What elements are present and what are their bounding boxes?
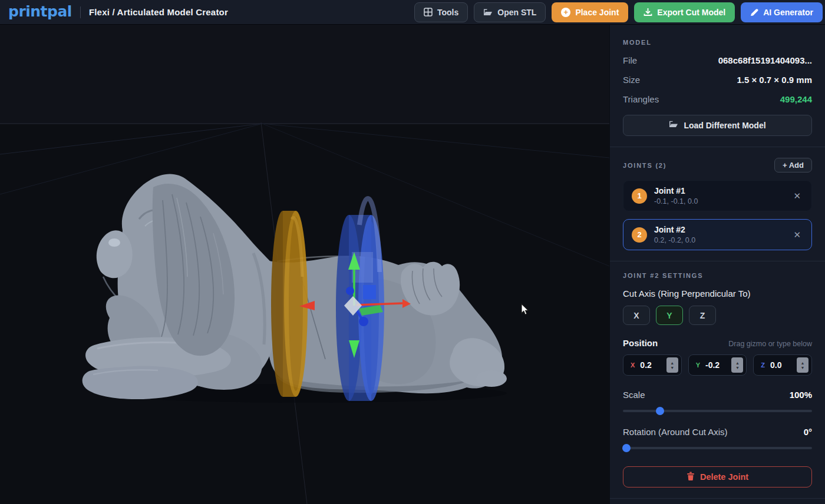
position-x-value: 0.2 — [640, 360, 651, 370]
ai-generator-button-label: AI Generator — [763, 8, 813, 17]
add-joint-button[interactable]: + Add — [774, 158, 812, 173]
z-stepper[interactable]: ▲▼ — [797, 357, 808, 373]
scale-label: Scale — [623, 390, 645, 400]
position-inputs: X 0.2 ▲▼ Y -0.2 ▲▼ Z 0.0 ▲▼ — [623, 354, 812, 376]
delete-joint-label: Delete Joint — [700, 472, 748, 482]
joint-coords: -0.1, -0.1, 0.0 — [654, 197, 698, 205]
gizmo-z-axis-dot[interactable] — [346, 287, 354, 295]
position-label: Position — [623, 338, 658, 348]
joint-number-badge: 2 — [632, 227, 647, 243]
folder-icon — [669, 121, 678, 130]
export-cut-model-button-label: Export Cut Model — [657, 8, 725, 17]
model-triangles-row: Triangles 499,244 — [623, 94, 812, 104]
triangles-label: Triangles — [623, 94, 659, 104]
joint-list-item-1[interactable]: 1 Joint #1 -0.1, -0.1, 0.0 ✕ — [623, 180, 812, 211]
scale-value: 100% — [790, 390, 812, 400]
open-stl-button[interactable]: Open STL — [474, 2, 546, 22]
cut-axis-label: Cut Axis (Ring Perpendicular To) — [623, 289, 812, 299]
place-joint-button[interactable]: + Place Joint — [552, 2, 628, 22]
position-z-value: 0.0 — [770, 360, 781, 370]
x-axis-letter: X — [631, 362, 635, 369]
grid-icon — [424, 8, 433, 16]
file-label: File — [623, 55, 637, 65]
z-axis-letter: Z — [761, 362, 765, 369]
gizmo-blue-plane-handle[interactable] — [363, 285, 376, 299]
rotation-slider-track — [623, 447, 812, 449]
joint-info: Joint #1 -0.1, -0.1, 0.0 — [654, 186, 698, 205]
model-section-title: Model — [623, 39, 812, 46]
cut-ring-joint-1[interactable] — [271, 211, 308, 397]
delete-joint-button[interactable]: Delete Joint — [623, 466, 812, 488]
joint-settings-title: Joint #2 Settings — [623, 272, 812, 279]
joint-name: Joint #1 — [654, 186, 698, 195]
model-section: Model File 068c68f15191404093... Size 1.… — [623, 25, 812, 136]
mouse-cursor — [520, 303, 532, 316]
triangles-value: 499,244 — [780, 94, 812, 104]
scale-slider-thumb[interactable] — [656, 407, 664, 415]
position-y-value: -0.2 — [705, 360, 720, 370]
position-hint: Drag gizmo or type below — [728, 340, 812, 348]
joint-name: Joint #2 — [654, 225, 695, 234]
size-label: Size — [623, 75, 640, 85]
top-bar: printpal Flexi / Articulated Model Creat… — [0, 0, 825, 25]
title-separator — [80, 6, 81, 18]
axis-y-button[interactable]: Y — [656, 306, 683, 325]
trash-icon — [687, 472, 695, 482]
open-stl-button-label: Open STL — [497, 8, 536, 17]
y-axis-letter: Y — [696, 362, 700, 369]
plus-circle-icon: + — [561, 8, 570, 17]
tools-button-label: Tools — [437, 8, 458, 17]
joint-coords: 0.2, -0.2, 0.0 — [654, 236, 695, 244]
cut-ring-joint-2[interactable] — [336, 198, 384, 401]
rotation-value: 0° — [804, 427, 812, 437]
close-icon[interactable]: ✕ — [791, 227, 803, 243]
app-window: printpal Flexi / Articulated Model Creat… — [0, 0, 825, 504]
viewport-3d-scene[interactable] — [0, 25, 609, 504]
section-divider — [610, 498, 825, 499]
place-joint-button-label: Place Joint — [575, 8, 619, 17]
position-x-input[interactable]: X 0.2 ▲▼ — [623, 354, 682, 376]
page-title: Flexi / Articulated Model Creator — [89, 7, 228, 17]
viewport-3d[interactable] — [0, 25, 609, 504]
model-size-row: Size 1.5 × 0.7 × 0.9 mm — [623, 75, 812, 85]
section-divider — [610, 261, 825, 261]
y-stepper[interactable]: ▲▼ — [731, 357, 743, 373]
joint-number-badge: 1 — [632, 188, 647, 204]
x-stepper[interactable]: ▲▼ — [666, 357, 678, 373]
rotation-slider[interactable] — [623, 444, 812, 452]
section-divider — [610, 147, 825, 147]
joint-list-item-2[interactable]: 2 Joint #2 0.2, -0.2, 0.0 ✕ — [623, 219, 812, 250]
pencil-icon — [750, 8, 758, 16]
file-value: 068c68f15191404093... — [718, 55, 812, 65]
export-cut-model-button[interactable]: Export Cut Model — [634, 2, 735, 22]
position-z-input[interactable]: Z 0.0 ▲▼ — [753, 354, 812, 376]
model-file-row: File 068c68f15191404093... — [623, 55, 812, 65]
position-y-input[interactable]: Y -0.2 ▲▼ — [688, 354, 747, 376]
ai-generator-button[interactable]: AI Generator — [741, 2, 823, 22]
joints-section: Joints (2) + Add 1 Joint #1 -0.1, -0.1, … — [623, 158, 812, 250]
printpal-logo[interactable]: printpal — [6, 3, 74, 22]
load-different-model-button[interactable]: Load Different Model — [623, 115, 812, 136]
joint-settings-section: Joint #2 Settings Cut Axis (Ring Perpend… — [623, 272, 812, 488]
scale-slider-track — [623, 410, 812, 412]
rotation-label: Rotation (Around Cut Axis) — [623, 427, 728, 437]
cut-axis-options: X Y Z — [623, 306, 812, 325]
joint-info: Joint #2 0.2, -0.2, 0.0 — [654, 225, 695, 244]
joints-section-title: Joints (2) — [623, 162, 666, 169]
load-different-model-label: Load Different Model — [684, 121, 765, 130]
download-icon — [644, 8, 652, 16]
close-icon[interactable]: ✕ — [791, 188, 803, 204]
axis-z-button[interactable]: Z — [689, 306, 716, 325]
size-value: 1.5 × 0.7 × 0.9 mm — [737, 75, 812, 85]
folder-open-icon — [483, 8, 493, 16]
axis-x-button[interactable]: X — [623, 306, 650, 325]
scale-slider[interactable] — [623, 407, 812, 415]
rotation-slider-thumb[interactable] — [622, 444, 631, 452]
tools-button[interactable]: Tools — [414, 2, 468, 22]
right-sidebar: Model File 068c68f15191404093... Size 1.… — [609, 25, 825, 504]
